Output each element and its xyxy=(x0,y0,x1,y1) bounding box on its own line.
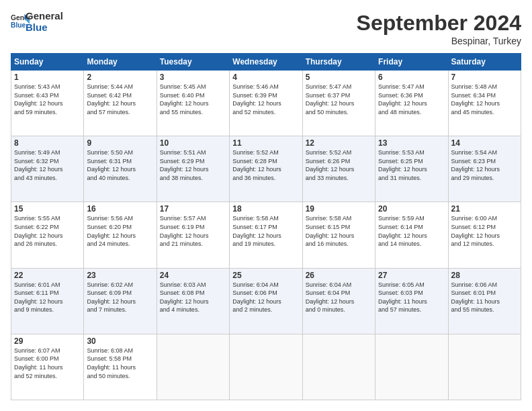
day-number: 29 xyxy=(14,336,81,346)
day-number: 9 xyxy=(87,138,153,148)
day-cell: 24Sunrise: 6:03 AM Sunset: 6:08 PM Dayli… xyxy=(157,268,229,334)
day-cell: 7Sunrise: 5:48 AM Sunset: 6:34 PM Daylig… xyxy=(448,71,521,136)
week-row-4: 22Sunrise: 6:01 AM Sunset: 6:11 PM Dayli… xyxy=(11,268,521,334)
day-cell: 30Sunrise: 6:08 AM Sunset: 5:58 PM Dayli… xyxy=(84,334,157,400)
day-number: 30 xyxy=(87,336,153,346)
day-cell: 9Sunrise: 5:50 AM Sunset: 6:31 PM Daylig… xyxy=(84,136,157,202)
day-info: Sunrise: 5:43 AM Sunset: 6:43 PM Dayligh… xyxy=(14,83,81,116)
day-number: 21 xyxy=(451,204,518,214)
day-info: Sunrise: 5:44 AM Sunset: 6:42 PM Dayligh… xyxy=(87,83,153,116)
header: General Blue General Blue September 2024… xyxy=(11,11,521,46)
day-cell: 23Sunrise: 6:02 AM Sunset: 6:09 PM Dayli… xyxy=(84,268,157,334)
day-info: Sunrise: 5:49 AM Sunset: 6:32 PM Dayligh… xyxy=(14,148,81,182)
day-number: 18 xyxy=(232,204,299,214)
day-info: Sunrise: 6:01 AM Sunset: 6:11 PM Dayligh… xyxy=(14,281,81,314)
day-cell: 14Sunrise: 5:54 AM Sunset: 6:23 PM Dayli… xyxy=(448,136,521,202)
day-number: 5 xyxy=(306,73,372,82)
day-number: 2 xyxy=(87,73,153,82)
day-cell: 12Sunrise: 5:52 AM Sunset: 6:26 PM Dayli… xyxy=(302,136,375,202)
day-info: Sunrise: 6:03 AM Sunset: 6:08 PM Dayligh… xyxy=(160,281,226,314)
day-cell: 18Sunrise: 5:58 AM Sunset: 6:17 PM Dayli… xyxy=(230,202,302,268)
day-number: 20 xyxy=(378,204,445,214)
day-cell: 28Sunrise: 6:06 AM Sunset: 6:01 PM Dayli… xyxy=(448,268,521,334)
day-number: 25 xyxy=(232,271,299,280)
page: General Blue General Blue September 2024… xyxy=(0,0,532,411)
week-row-1: 1Sunrise: 5:43 AM Sunset: 6:43 PM Daylig… xyxy=(11,71,521,136)
day-cell: 3Sunrise: 5:45 AM Sunset: 6:40 PM Daylig… xyxy=(157,71,229,136)
title-block: September 2024 Bespinar, Turkey xyxy=(357,11,521,46)
day-cell: 6Sunrise: 5:47 AM Sunset: 6:36 PM Daylig… xyxy=(375,71,448,136)
day-info: Sunrise: 5:56 AM Sunset: 6:20 PM Dayligh… xyxy=(87,214,153,248)
day-cell: 10Sunrise: 5:51 AM Sunset: 6:29 PM Dayli… xyxy=(157,136,229,202)
day-info: Sunrise: 6:05 AM Sunset: 6:03 PM Dayligh… xyxy=(378,281,445,314)
day-number: 15 xyxy=(14,204,81,214)
day-cell: 26Sunrise: 6:04 AM Sunset: 6:04 PM Dayli… xyxy=(302,268,375,334)
day-info: Sunrise: 6:06 AM Sunset: 6:01 PM Dayligh… xyxy=(451,281,518,314)
day-info: Sunrise: 6:00 AM Sunset: 6:12 PM Dayligh… xyxy=(451,214,518,248)
svg-text:Blue: Blue xyxy=(11,21,26,29)
day-number: 24 xyxy=(160,271,226,280)
day-number: 12 xyxy=(306,138,372,148)
day-number: 22 xyxy=(14,271,81,280)
day-info: Sunrise: 5:48 AM Sunset: 6:34 PM Dayligh… xyxy=(451,83,518,116)
header-wednesday: Wednesday xyxy=(230,54,302,71)
day-number: 10 xyxy=(160,138,226,148)
day-info: Sunrise: 5:53 AM Sunset: 6:25 PM Dayligh… xyxy=(378,148,445,182)
day-number: 11 xyxy=(232,138,299,148)
day-number: 26 xyxy=(306,271,372,280)
week-row-5: 29Sunrise: 6:07 AM Sunset: 6:00 PM Dayli… xyxy=(11,334,521,400)
month-title: September 2024 xyxy=(357,11,521,36)
week-row-2: 8Sunrise: 5:49 AM Sunset: 6:32 PM Daylig… xyxy=(11,136,521,202)
day-cell: 2Sunrise: 5:44 AM Sunset: 6:42 PM Daylig… xyxy=(84,71,157,136)
day-number: 8 xyxy=(14,138,81,148)
header-friday: Friday xyxy=(375,54,448,71)
day-info: Sunrise: 5:47 AM Sunset: 6:37 PM Dayligh… xyxy=(306,83,372,116)
day-info: Sunrise: 5:54 AM Sunset: 6:23 PM Dayligh… xyxy=(451,148,518,182)
day-cell: 4Sunrise: 5:46 AM Sunset: 6:39 PM Daylig… xyxy=(230,71,302,136)
day-cell xyxy=(230,334,302,400)
day-cell xyxy=(157,334,229,400)
day-number: 1 xyxy=(14,73,81,82)
day-cell xyxy=(302,334,375,400)
day-number: 17 xyxy=(160,204,226,214)
day-cell xyxy=(448,334,521,400)
day-number: 28 xyxy=(451,271,518,280)
weekday-header-row: Sunday Monday Tuesday Wednesday Thursday… xyxy=(11,54,521,71)
day-info: Sunrise: 5:47 AM Sunset: 6:36 PM Dayligh… xyxy=(378,83,445,116)
day-cell: 21Sunrise: 6:00 AM Sunset: 6:12 PM Dayli… xyxy=(448,202,521,268)
day-cell: 17Sunrise: 5:57 AM Sunset: 6:19 PM Dayli… xyxy=(157,202,229,268)
day-info: Sunrise: 5:58 AM Sunset: 6:17 PM Dayligh… xyxy=(232,214,299,248)
day-cell: 13Sunrise: 5:53 AM Sunset: 6:25 PM Dayli… xyxy=(375,136,448,202)
header-saturday: Saturday xyxy=(448,54,521,71)
day-cell: 11Sunrise: 5:52 AM Sunset: 6:28 PM Dayli… xyxy=(230,136,302,202)
day-number: 3 xyxy=(160,73,226,82)
day-number: 6 xyxy=(378,73,445,82)
day-info: Sunrise: 5:57 AM Sunset: 6:19 PM Dayligh… xyxy=(160,214,226,248)
day-number: 27 xyxy=(378,271,445,280)
day-info: Sunrise: 6:04 AM Sunset: 6:06 PM Dayligh… xyxy=(232,281,299,314)
day-cell xyxy=(375,334,448,400)
day-cell: 25Sunrise: 6:04 AM Sunset: 6:06 PM Dayli… xyxy=(230,268,302,334)
day-number: 7 xyxy=(451,73,518,82)
day-cell: 29Sunrise: 6:07 AM Sunset: 6:00 PM Dayli… xyxy=(11,334,84,400)
day-info: Sunrise: 6:04 AM Sunset: 6:04 PM Dayligh… xyxy=(306,281,372,314)
day-info: Sunrise: 5:46 AM Sunset: 6:39 PM Dayligh… xyxy=(232,83,299,116)
day-info: Sunrise: 5:52 AM Sunset: 6:28 PM Dayligh… xyxy=(232,148,299,182)
header-monday: Monday xyxy=(84,54,157,71)
day-info: Sunrise: 5:55 AM Sunset: 6:22 PM Dayligh… xyxy=(14,214,81,248)
header-thursday: Thursday xyxy=(302,54,375,71)
day-cell: 27Sunrise: 6:05 AM Sunset: 6:03 PM Dayli… xyxy=(375,268,448,334)
day-info: Sunrise: 5:59 AM Sunset: 6:14 PM Dayligh… xyxy=(378,214,445,248)
calendar-table: Sunday Monday Tuesday Wednesday Thursday… xyxy=(11,53,521,400)
day-number: 19 xyxy=(306,204,372,214)
week-row-3: 15Sunrise: 5:55 AM Sunset: 6:22 PM Dayli… xyxy=(11,202,521,268)
day-cell: 22Sunrise: 6:01 AM Sunset: 6:11 PM Dayli… xyxy=(11,268,84,334)
day-number: 14 xyxy=(451,138,518,148)
header-tuesday: Tuesday xyxy=(157,54,229,71)
day-number: 16 xyxy=(87,204,153,214)
day-cell: 5Sunrise: 5:47 AM Sunset: 6:37 PM Daylig… xyxy=(302,71,375,136)
day-cell: 1Sunrise: 5:43 AM Sunset: 6:43 PM Daylig… xyxy=(11,71,84,136)
day-info: Sunrise: 5:50 AM Sunset: 6:31 PM Dayligh… xyxy=(87,148,153,182)
location-subtitle: Bespinar, Turkey xyxy=(357,36,521,46)
logo: General Blue General Blue xyxy=(11,11,63,33)
